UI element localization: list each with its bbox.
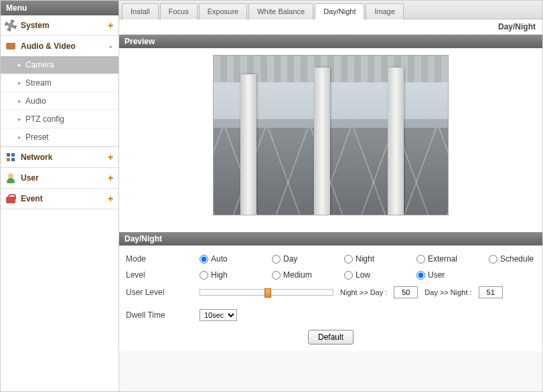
mode-radio-auto[interactable] (200, 255, 208, 264)
level-radio-low[interactable] (344, 271, 353, 280)
sidebar-item-event[interactable]: Event + (1, 189, 119, 209)
mode-radio-night[interactable] (344, 255, 353, 264)
radio-label: Low (356, 270, 370, 280)
expand-icon: + (106, 193, 114, 204)
network-icon (5, 151, 17, 163)
mode-option-night[interactable]: Night (344, 254, 391, 264)
radio-label: Medium (283, 270, 312, 280)
dwell-label: Dwell Time (126, 310, 200, 320)
mode-option-auto[interactable]: Auto (200, 254, 246, 264)
level-option-low[interactable]: Low (344, 270, 391, 280)
default-button[interactable]: Default (308, 330, 354, 345)
day-to-night-input[interactable] (479, 286, 503, 298)
level-option-medium[interactable]: Medium (272, 270, 319, 280)
radio-label: Auto (211, 254, 228, 264)
sidebar-subitem-audio[interactable]: ▸ Audio (1, 92, 119, 110)
mode-option-schedule[interactable]: Schedule (489, 254, 536, 264)
daynight-form: Mode Auto Day Night (119, 246, 542, 351)
mode-radio-group: Auto Day Night External (200, 254, 536, 264)
userlevel-slider[interactable] (200, 289, 333, 296)
mode-radio-day[interactable] (272, 255, 281, 264)
mode-label: Mode (126, 254, 200, 264)
level-radio-medium[interactable] (272, 271, 281, 280)
tab-install[interactable]: Install (122, 3, 159, 19)
sidebar-subitem-camera[interactable]: ▸ Camera (1, 56, 119, 74)
daynight-header: Day/Night (119, 232, 542, 246)
sidebar: Menu System + Audio & Video - ▸ Camera ▸ (0, 0, 119, 392)
sidebar-item-label: Preset (25, 132, 49, 142)
radio-label: Schedule (500, 254, 534, 264)
user-icon (5, 172, 17, 184)
mode-radio-external[interactable] (416, 255, 425, 264)
menu-title: Menu (1, 1, 119, 15)
level-radio-user[interactable] (416, 271, 425, 280)
caret-right-icon: ▸ (18, 62, 21, 68)
radio-label: External (428, 254, 457, 264)
main-panel: Install Focus Exposure White Balance Day… (119, 0, 543, 392)
expand-icon: + (106, 173, 114, 183)
preview-header: Preview (119, 35, 542, 48)
level-option-user[interactable]: User (416, 270, 463, 280)
level-radio-high[interactable] (200, 271, 208, 280)
sidebar-item-label: Camera (25, 60, 54, 70)
caret-right-icon: ▸ (18, 134, 21, 140)
radio-label: Day (283, 254, 297, 264)
sidebar-item-label: User (21, 173, 106, 183)
tab-image[interactable]: Image (366, 3, 404, 19)
expand-icon: + (106, 20, 114, 31)
slider-thumb[interactable] (264, 288, 271, 298)
sidebar-item-audio-video[interactable]: Audio & Video - (1, 36, 119, 56)
caret-right-icon: ▸ (18, 116, 21, 122)
sidebar-item-label: Audio (25, 96, 46, 106)
radio-label: User (428, 270, 445, 280)
event-icon (5, 193, 17, 205)
mode-option-external[interactable]: External (416, 254, 463, 264)
expand-icon: + (106, 152, 114, 163)
sidebar-item-label: Audio & Video (21, 41, 106, 51)
level-option-high[interactable]: High (200, 270, 246, 280)
sidebar-item-system[interactable]: System + (1, 15, 119, 35)
level-label: Level (126, 270, 200, 280)
sidebar-item-label: PTZ config (25, 114, 64, 124)
radio-label: Night (356, 254, 374, 264)
dwell-time-select[interactable]: 10sec (200, 309, 237, 321)
night-to-day-label: Night >> Day : (340, 288, 387, 296)
camera-icon (5, 40, 17, 52)
sidebar-subitem-preset[interactable]: ▸ Preset (1, 128, 119, 146)
sidebar-item-user[interactable]: User + (1, 168, 119, 188)
tab-exposure[interactable]: Exposure (199, 3, 247, 19)
tab-bar: Install Focus Exposure White Balance Day… (119, 1, 542, 19)
sidebar-subitem-ptz-config[interactable]: ▸ PTZ config (1, 110, 119, 128)
preview-area (119, 48, 542, 232)
mode-radio-schedule[interactable] (489, 255, 497, 264)
sidebar-item-label: Network (21, 153, 106, 162)
tab-white-balance[interactable]: White Balance (248, 3, 313, 19)
sidebar-subitem-stream[interactable]: ▸ Stream (1, 74, 119, 92)
tab-day-night[interactable]: Day/Night (315, 3, 364, 19)
sidebar-item-label: Event (21, 194, 106, 203)
userlevel-label: User Level (126, 288, 200, 297)
night-to-day-input[interactable] (394, 286, 418, 298)
collapse-icon: - (106, 41, 114, 52)
day-to-night-label: Day >> Night : (424, 288, 471, 296)
caret-right-icon: ▸ (18, 98, 21, 104)
camera-preview (213, 55, 449, 215)
radio-label: High (211, 270, 228, 280)
page-title: Day/Night (119, 19, 542, 35)
caret-right-icon: ▸ (18, 80, 21, 86)
sidebar-item-label: Stream (25, 78, 52, 88)
mode-option-day[interactable]: Day (272, 254, 319, 264)
sidebar-item-label: System (21, 21, 106, 30)
level-radio-group: High Medium Low User (200, 270, 463, 280)
tab-focus[interactable]: Focus (160, 3, 198, 19)
gear-icon (5, 19, 17, 31)
sidebar-item-network[interactable]: Network + (1, 147, 119, 167)
